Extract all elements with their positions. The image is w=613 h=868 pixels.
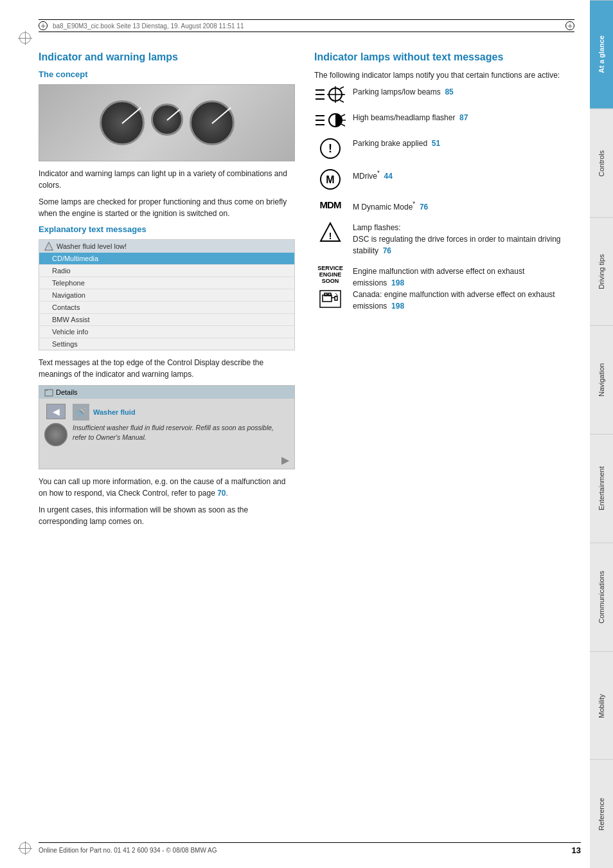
high-beams-icon (314, 112, 346, 129)
indicator-mdrive: M MDrive* 44 (314, 168, 571, 190)
footer-text: Online Edition for Part no. 01 41 2 600 … (39, 847, 217, 854)
washer-icon: 🚿 (73, 404, 89, 420)
gauge-left (100, 100, 145, 145)
menu-item-contacts[interactable]: Contacts (39, 302, 294, 314)
indicator-text-service-engine: Engine malfunction with adverse effect o… (353, 266, 571, 312)
mdm-text-icon: MDM (320, 199, 341, 210)
indicator-mdm: MDM M Dynamic Mode* 76 (314, 199, 571, 213)
main-section-title: Indicator and warning lamps (39, 51, 295, 63)
sidebar-section-navigation[interactable]: Navigation (590, 325, 613, 434)
sidebar-section-driving-tips[interactable]: Driving tips (590, 217, 613, 326)
detail-folder-icon (44, 388, 53, 397)
para-more-info: You can call up more information, e.g. o… (39, 476, 295, 499)
svg-rect-28 (328, 293, 331, 296)
detail-box: Details ◀ 🚿 Washer fluid Insuff (39, 385, 295, 469)
svg-text:M: M (326, 174, 334, 185)
indicator-text-high-beams: High beams/headlamp flasher 87 (353, 112, 468, 123)
dsc-icon: ! (314, 222, 346, 244)
svg-rect-27 (324, 293, 327, 296)
indicator-parking-lamps: Parking lamps/low beams 85 (314, 86, 571, 103)
svg-rect-30 (335, 296, 337, 300)
menu-item-radio[interactable]: Radio (39, 265, 294, 277)
parking-lamps-icon (314, 86, 346, 103)
sidebar-section-mobility[interactable]: Mobility (590, 651, 613, 760)
gauge-right (190, 100, 235, 145)
service-engine-icon: SERVICEENGINESOON (314, 266, 346, 285)
mdm-icon: MDM (314, 199, 346, 210)
subsection-explanatory: Explanatory text messages (39, 224, 295, 234)
menu-item-bmw-assist[interactable]: BMW Assist (39, 314, 294, 326)
svg-text:!: ! (48, 245, 49, 249)
detail-header-label: Details (56, 388, 78, 396)
menu-item-telephone[interactable]: Telephone (39, 277, 294, 289)
indicator-dsc: ! Lamp flashes:DSC is regulating the dri… (314, 222, 571, 257)
svg-line-18 (341, 124, 345, 126)
back-button-icon[interactable]: ◀ (46, 404, 66, 419)
detail-content: ◀ 🚿 Washer fluid Insufficient washer flu… (39, 399, 294, 451)
menu-header: ! Washer fluid level low! (39, 240, 294, 253)
dashboard-image (39, 84, 295, 161)
mdrive-icon: M (314, 168, 346, 190)
para-urgent: In urgent cases, this information will b… (39, 504, 295, 527)
page-link-70[interactable]: 70 (217, 489, 226, 498)
indicator-service-engine: SERVICEENGINESOON (314, 266, 571, 312)
right-section-title: Indicator lamps without text messages (314, 51, 571, 63)
para-text-messages: Text messages at the top edge of the Con… (39, 357, 295, 380)
indicator-text-mdm: M Dynamic Mode* 76 (353, 199, 428, 213)
canada-engine-icon (314, 290, 346, 308)
paragraph-1: Indicator and warning lamps can light up… (39, 168, 295, 191)
left-column: Indicator and warning lamps The concept … (39, 51, 295, 532)
sidebar: At a glance Controls Driving tips Naviga… (590, 0, 613, 868)
menu-item-cd[interactable]: CD/Multimedia (39, 253, 294, 265)
menu-item-settings[interactable]: Settings (39, 338, 294, 350)
indicator-text-dsc: Lamp flashes:DSC is regulating the drive… (353, 222, 571, 257)
menu-box: ! Washer fluid level low! CD/Multimedia … (39, 239, 295, 350)
svg-line-11 (340, 100, 344, 102)
subsection-concept: The concept (39, 69, 295, 79)
detail-title: Washer fluid (93, 408, 136, 416)
svg-text:!: ! (329, 231, 332, 241)
menu-header-label: Washer fluid level low! (57, 242, 127, 250)
sidebar-section-reference[interactable]: Reference (590, 759, 613, 868)
right-intro: The following indicator lamps notify you… (314, 69, 571, 81)
paragraph-2: Some lamps are checked for proper functi… (39, 196, 295, 219)
svg-line-16 (341, 114, 345, 116)
indicator-text-parking-brake: Parking brake applied 51 (353, 138, 440, 149)
page-number: 13 (572, 845, 581, 855)
sidebar-section-entertainment[interactable]: Entertainment (590, 434, 613, 543)
sidebar-section-at-a-glance[interactable]: At a glance (590, 0, 613, 109)
sidebar-section-controls[interactable]: Controls (590, 109, 613, 217)
detail-header: Details (39, 386, 294, 399)
gauge-center (151, 104, 183, 136)
menu-item-navigation[interactable]: Navigation (39, 289, 294, 302)
warning-triangle-icon: ! (44, 242, 53, 251)
corner-bl (19, 842, 32, 855)
indicator-text-parking-lamps: Parking lamps/low beams 85 (353, 86, 454, 98)
indicator-high-beams: High beams/headlamp flasher 87 (314, 112, 571, 129)
main-content: Indicator and warning lamps The concept … (0, 0, 590, 558)
parking-brake-icon: ! (314, 138, 346, 159)
svg-line-9 (340, 87, 344, 89)
rotary-control-icon (44, 423, 67, 446)
detail-description: Insufficient washer fluid in fluid reser… (73, 423, 289, 442)
menu-item-vehicle-info[interactable]: Vehicle info (39, 326, 294, 338)
indicator-text-mdrive: MDrive* 44 (353, 168, 393, 182)
svg-text:!: ! (328, 142, 332, 155)
service-engine-text-icon: SERVICEENGINESOON (317, 266, 342, 285)
indicator-parking-brake: ! Parking brake applied 51 (314, 138, 571, 159)
play-button-icon[interactable]: ▶ (281, 454, 289, 466)
footer: Online Edition for Part no. 01 41 2 600 … (39, 842, 581, 855)
sidebar-section-communications[interactable]: Communications (590, 543, 613, 651)
right-column: Indicator lamps without text messages Th… (314, 51, 571, 532)
